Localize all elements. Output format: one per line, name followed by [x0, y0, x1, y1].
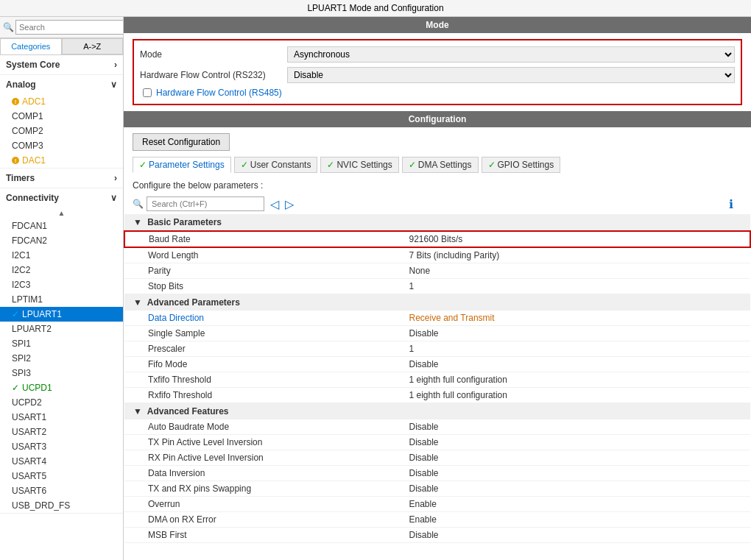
- timers-label: Timers: [6, 173, 35, 183]
- param-value-fifo-mode: Disable: [406, 357, 751, 372]
- connectivity-label: Connectivity: [6, 193, 59, 203]
- sidebar-item-ucpd2[interactable]: UCPD2: [0, 395, 123, 410]
- sidebar-item-i2c3[interactable]: I2C3: [0, 277, 123, 292]
- sidebar-item-comp1[interactable]: COMP1: [0, 109, 123, 124]
- nav-arrow-left[interactable]: ◁: [270, 197, 279, 211]
- param-value-overrun: Enable: [406, 497, 751, 512]
- sidebar-search-bar: 🔍 ⚙: [0, 17, 123, 38]
- param-name-baud-rate: Baud Rate: [124, 231, 406, 247]
- sidebar-item-dac1[interactable]: ! DAC1: [0, 153, 123, 168]
- connectivity-scroll-up[interactable]: ▲: [0, 208, 123, 219]
- hw-flow-rs485-checkbox[interactable]: [143, 88, 152, 97]
- section-system-core: System Core ›: [0, 55, 123, 75]
- params-search-input[interactable]: [147, 196, 264, 211]
- sidebar-item-spi2[interactable]: SPI2: [0, 351, 123, 366]
- sidebar-item-usart6[interactable]: USART6: [0, 483, 123, 498]
- info-icon[interactable]: ℹ: [729, 197, 733, 211]
- param-value-rx-pin-active: Disable: [406, 450, 751, 466]
- analog-header[interactable]: Analog ∨: [0, 75, 123, 94]
- timers-header[interactable]: Timers ›: [0, 169, 123, 188]
- param-value-msb-first: Disable: [406, 528, 751, 543]
- sidebar-item-usart4[interactable]: USART4: [0, 454, 123, 469]
- tab-atoz[interactable]: A->Z: [62, 38, 124, 54]
- sidebar-item-usb-drd-fs[interactable]: USB_DRD_FS: [0, 498, 123, 513]
- param-row-rxfifo-threshold: Rxfifo Threshold 1 eighth full configura…: [124, 388, 750, 403]
- sidebar-item-adc1[interactable]: ! ADC1: [0, 94, 123, 109]
- param-value-dma-rx-error: Enable: [406, 512, 751, 528]
- param-row-tx-rx-swap: TX and RX pins Swapping Disable: [124, 481, 750, 497]
- window-title: LPUART1 Mode and Configuration: [307, 3, 443, 13]
- analog-arrow: ∨: [110, 79, 117, 90]
- param-row-dma-rx-error: DMA on RX Error Enable: [124, 512, 750, 528]
- group-features-arrow[interactable]: ▼: [133, 406, 142, 417]
- sidebar-item-lpuart2[interactable]: LPUART2: [0, 322, 123, 336]
- group-basic-arrow[interactable]: ▼: [133, 217, 142, 227]
- system-core-header[interactable]: System Core ›: [0, 55, 123, 74]
- sidebar-item-i2c1[interactable]: I2C1: [0, 248, 123, 263]
- sidebar-item-lpuart1[interactable]: ✓ LPUART1: [0, 307, 123, 322]
- connectivity-arrow: ∨: [110, 193, 117, 203]
- mode-section-header: Mode: [124, 17, 751, 33]
- tab-nvic-settings[interactable]: ✓ NVIC Settings: [320, 157, 398, 173]
- param-name-tx-pin-active: TX Pin Active Level Inversion: [124, 435, 406, 450]
- connectivity-header[interactable]: Connectivity ∨: [0, 188, 123, 208]
- hw-flow-rs232-select[interactable]: Disable: [287, 67, 735, 83]
- group-advanced-arrow[interactable]: ▼: [133, 297, 142, 308]
- hw-flow-rs485-label[interactable]: Hardware Flow Control (RS485): [156, 88, 282, 98]
- param-row-overrun: Overrun Enable: [124, 497, 750, 512]
- param-value-stop-bits: 1: [406, 279, 751, 294]
- param-name-data-direction[interactable]: Data Direction: [124, 311, 406, 326]
- sidebar-item-usart2[interactable]: USART2: [0, 425, 123, 439]
- tab-dma-settings[interactable]: ✓ DMA Settings: [402, 157, 479, 173]
- param-row-auto-baudrate: Auto Baudrate Mode Disable: [124, 419, 750, 435]
- mode-row: Mode Asynchronous: [140, 46, 735, 63]
- param-name-stop-bits: Stop Bits: [124, 279, 406, 294]
- param-name-data-inversion: Data Inversion: [124, 466, 406, 481]
- param-row-baud-rate: Baud Rate 921600 Bits/s: [124, 231, 750, 247]
- tab-categories[interactable]: Categories: [0, 38, 62, 54]
- sidebar-item-usart3[interactable]: USART3: [0, 439, 123, 454]
- param-value-prescaler: 1: [406, 341, 751, 357]
- sidebar-item-usart1[interactable]: USART1: [0, 410, 123, 425]
- param-value-single-sample: Disable: [406, 326, 751, 341]
- param-name-word-length: Word Length: [124, 247, 406, 263]
- sidebar-item-spi3[interactable]: SPI3: [0, 366, 123, 380]
- sidebar-item-comp3[interactable]: COMP3: [0, 138, 123, 153]
- param-value-data-inversion: Disable: [406, 466, 751, 481]
- params-table: ▼ Basic Parameters Baud Rate 921600 Bits…: [124, 214, 751, 543]
- group-advanced-label: Advanced Parameters: [147, 297, 240, 308]
- params-search-icon: 🔍: [133, 199, 144, 209]
- sidebar-search-input[interactable]: [15, 20, 124, 35]
- mode-label: Mode: [140, 49, 287, 60]
- tab-check-user: ✓: [241, 160, 248, 170]
- tab-parameter-settings[interactable]: ✓ Parameter Settings: [133, 157, 231, 173]
- sidebar-item-usart5[interactable]: USART5: [0, 469, 123, 483]
- tab-user-constants[interactable]: ✓ User Constants: [234, 157, 318, 173]
- mode-select[interactable]: Asynchronous: [287, 46, 735, 63]
- sidebar-item-i2c2[interactable]: I2C2: [0, 263, 123, 277]
- connectivity-items: FDCAN1 FDCAN2 I2C1 I2C2 I2C3 LPTIM1 ✓ LP…: [0, 219, 123, 513]
- param-row-parity: Parity None: [124, 263, 750, 279]
- param-name-parity: Parity: [124, 263, 406, 279]
- group-advanced-features: ▼ Advanced Features: [124, 403, 750, 420]
- check-icon-ucpd1: ✓: [12, 383, 19, 393]
- param-value-data-direction[interactable]: Receive and Transmit: [406, 311, 751, 326]
- tab-gpio-settings[interactable]: ✓ GPIO Settings: [482, 157, 561, 173]
- param-value-txfifo-threshold: 1 eighth full configuration: [406, 372, 751, 388]
- param-row-fifo-mode: Fifo Mode Disable: [124, 357, 750, 372]
- sidebar-item-spi1[interactable]: SPI1: [0, 336, 123, 351]
- sidebar-item-lptim1[interactable]: LPTIM1: [0, 292, 123, 307]
- group-advanced-params: ▼ Advanced Parameters: [124, 294, 750, 311]
- configure-label: Configure the below parameters :: [124, 177, 751, 194]
- sidebar-item-ucpd1[interactable]: ✓ UCPD1: [0, 380, 123, 395]
- analog-items: ! ADC1 COMP1 COMP2 COMP3 ! DAC1: [0, 94, 123, 168]
- reset-config-button[interactable]: Reset Configuration: [133, 133, 230, 151]
- param-value-tx-pin-active: Disable: [406, 435, 751, 450]
- nav-arrow-right[interactable]: ▷: [285, 197, 294, 211]
- system-core-label: System Core: [6, 60, 60, 70]
- sidebar-item-fdcan2[interactable]: FDCAN2: [0, 233, 123, 248]
- param-name-tx-rx-swap: TX and RX pins Swapping: [124, 481, 406, 497]
- check-icon-lpuart1: ✓: [12, 309, 19, 319]
- sidebar-item-fdcan1[interactable]: FDCAN1: [0, 219, 123, 233]
- sidebar-item-comp2[interactable]: COMP2: [0, 124, 123, 138]
